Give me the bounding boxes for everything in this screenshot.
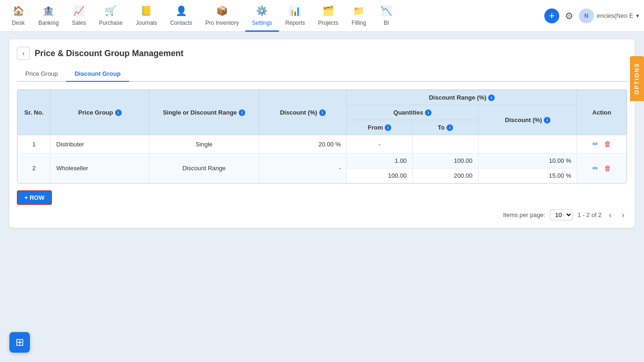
discount-range-pct-info-icon[interactable]: i <box>544 117 550 123</box>
cell-from: - <box>347 135 413 153</box>
gear-icon[interactable]: ⚙ <box>565 10 573 22</box>
per-page-select[interactable]: 10 25 50 <box>550 210 573 220</box>
nav-right: + ⚙ N encies(Neo E ▾ <box>544 8 639 23</box>
th-action: Action <box>577 90 627 135</box>
main-content: ‹ Price & Discount Group Management Pric… <box>0 32 644 362</box>
user-menu[interactable]: N encies(Neo E ▾ <box>579 8 639 23</box>
chevron-down-icon: ▾ <box>636 12 639 19</box>
cell-to: 100.00 <box>412 153 478 168</box>
cell-range-type: Single <box>149 135 259 153</box>
cell-action: ✏ 🗑 <box>577 153 627 183</box>
from-info-icon[interactable]: i <box>385 124 391 131</box>
cell-from: 1.00 <box>347 153 413 168</box>
page-title: Price & Discount Group Management <box>35 49 183 58</box>
th-quantities: Quantities i <box>347 105 478 120</box>
nav-item-filling[interactable]: 📁 Filling <box>345 0 373 32</box>
grid-icon: ⊞ <box>15 336 24 348</box>
purchase-icon: 🛒 <box>104 4 118 18</box>
nav-item-journals[interactable]: 📒 Journals <box>129 0 163 32</box>
single-discount-range-info-icon[interactable]: i <box>239 109 245 116</box>
nav-item-projects[interactable]: 🗂️ Projects <box>312 0 345 32</box>
table-row: 2 Wholeseller Discount Range - 1.00 100.… <box>18 153 627 168</box>
th-discount-range-pct: Discount (%) i <box>478 105 577 135</box>
nav-label-desk: Desk <box>12 20 24 26</box>
cell-price-group: Wholeseller <box>51 153 149 183</box>
th-sr-no: Sr. No. <box>18 90 51 135</box>
discount-range-header-info-icon[interactable]: i <box>488 94 495 101</box>
nav-label-filling: Filling <box>351 20 366 26</box>
nav-label-purchase: Purchase <box>99 20 123 26</box>
to-info-icon[interactable]: i <box>446 124 453 131</box>
nav-item-pro-inventory[interactable]: 📦 Pro Inventory <box>199 0 245 32</box>
price-group-info-icon[interactable]: i <box>115 109 122 116</box>
cell-action: ✏ 🗑 <box>577 135 627 153</box>
items-per-page-label: Items per page: <box>503 211 545 218</box>
nav-label-projects: Projects <box>318 20 338 26</box>
next-page-button[interactable]: › <box>619 210 627 220</box>
nav-item-banking[interactable]: 🏦 Banking <box>32 0 65 32</box>
cell-price-group: Distributer <box>51 135 149 153</box>
table-wrapper: Sr. No. Price Group i Single or Discount… <box>17 89 627 184</box>
delete-button-2[interactable]: 🗑 <box>602 163 613 173</box>
th-to: To i <box>412 120 478 135</box>
filling-icon: 📁 <box>352 4 366 18</box>
nav-label-contacts: Contacts <box>170 20 192 26</box>
banking-icon: 🏦 <box>42 4 56 18</box>
cell-from: 100.00 <box>347 168 413 183</box>
sales-icon: 📈 <box>72 4 86 18</box>
tab-discount-group[interactable]: Discount Group <box>66 66 129 82</box>
discount-table: Sr. No. Price Group i Single or Discount… <box>17 90 627 183</box>
topnav: 🏠 Desk 🏦 Banking 📈 Sales 🛒 Purchase 📒 Jo… <box>0 0 644 32</box>
user-label: encies(Neo E <box>597 12 633 19</box>
tab-price-group[interactable]: Price Group <box>17 66 66 82</box>
page-range: 1 - 2 of 2 <box>578 211 601 218</box>
th-single-discount-range: Single or Discount Range i <box>149 90 259 135</box>
back-button[interactable]: ‹ <box>17 47 30 60</box>
cell-sr: 1 <box>18 135 51 153</box>
edit-button-1[interactable]: ✏ <box>591 139 600 149</box>
cell-to <box>412 135 478 153</box>
cell-to: 200.00 <box>412 168 478 183</box>
cell-sr: 2 <box>18 153 51 183</box>
nav-label-journals: Journals <box>136 20 157 26</box>
table-row: 1 Distributer Single 20.00 % - ✏ 🗑 <box>18 135 627 153</box>
nav-item-bi[interactable]: 📉 BI <box>373 0 400 32</box>
journals-icon: 📒 <box>139 4 154 18</box>
nav-item-sales[interactable]: 📈 Sales <box>65 0 92 32</box>
nav-item-desk[interactable]: 🏠 Desk <box>5 0 32 32</box>
quantities-info-icon[interactable]: i <box>425 109 432 116</box>
cell-range-type: Discount Range <box>149 153 259 183</box>
th-discount-pct: Discount (%) i <box>259 90 347 135</box>
desk-icon: 🏠 <box>11 4 25 18</box>
pro-inventory-icon: 📦 <box>215 4 229 18</box>
page-header: ‹ Price & Discount Group Management <box>17 47 627 60</box>
options-sidebar[interactable]: OPTIONS <box>630 56 644 101</box>
nav-item-settings[interactable]: ⚙️ Settings <box>245 0 278 32</box>
th-from: From i <box>347 120 413 135</box>
contacts-icon: 👤 <box>174 4 188 18</box>
cell-discount-pct: 20.00 % <box>259 135 347 153</box>
nav-items: 🏠 Desk 🏦 Banking 📈 Sales 🛒 Purchase 📒 Jo… <box>5 0 544 32</box>
add-row-button[interactable]: + ROW <box>17 190 52 205</box>
nav-item-contacts[interactable]: 👤 Contacts <box>163 0 198 32</box>
nav-item-purchase[interactable]: 🛒 Purchase <box>92 0 129 32</box>
cell-disc-range-pct: 15.00 % <box>478 168 577 183</box>
nav-label-settings: Settings <box>252 20 272 26</box>
projects-icon: 🗂️ <box>321 4 335 18</box>
nav-label-pro-inventory: Pro Inventory <box>205 20 239 26</box>
nav-label-reports: Reports <box>285 20 305 26</box>
tabs: Price Group Discount Group <box>17 66 627 82</box>
nav-label-sales: Sales <box>72 20 86 26</box>
pagination-bar: Items per page: 10 25 50 1 - 2 of 2 ‹ › <box>17 210 627 220</box>
cell-disc-range-pct: 10.00 % <box>478 153 577 168</box>
delete-button-1[interactable]: 🗑 <box>602 139 613 149</box>
bottom-left-icon[interactable]: ⊞ <box>9 332 30 353</box>
nav-label-bi: BI <box>384 20 389 26</box>
nav-item-reports[interactable]: 📊 Reports <box>279 0 312 32</box>
edit-button-2[interactable]: ✏ <box>591 163 600 174</box>
bi-icon: 📉 <box>379 4 393 18</box>
prev-page-button[interactable]: ‹ <box>606 210 614 220</box>
discount-pct-info-icon[interactable]: i <box>319 109 326 116</box>
settings-icon: ⚙️ <box>255 4 269 18</box>
add-button[interactable]: + <box>544 8 559 23</box>
